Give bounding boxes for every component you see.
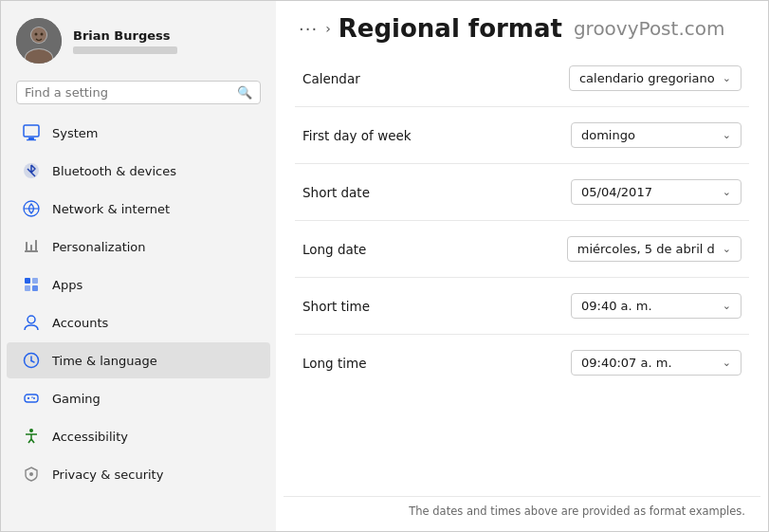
profile-name: Brian Burgess bbox=[73, 28, 177, 43]
svg-point-29 bbox=[31, 396, 33, 398]
setting-label-long-date: Long date bbox=[302, 242, 366, 257]
privacy-icon bbox=[22, 465, 41, 484]
svg-rect-16 bbox=[35, 240, 37, 250]
chevron-down-icon-calendar: ⌄ bbox=[723, 72, 731, 84]
search-input[interactable] bbox=[25, 85, 231, 100]
svg-rect-19 bbox=[25, 285, 30, 291]
setting-value-long-time: 09:40:07 a. m. bbox=[581, 356, 672, 370]
svg-point-30 bbox=[29, 429, 33, 432]
setting-value-short-time: 09:40 a. m. bbox=[581, 299, 652, 313]
svg-rect-14 bbox=[26, 242, 27, 250]
svg-rect-17 bbox=[25, 278, 30, 284]
sidebar-item-label-accounts: Accounts bbox=[52, 316, 108, 330]
setting-dropdown-long-time[interactable]: 09:40:07 a. m. ⌄ bbox=[571, 350, 742, 376]
setting-row-long-date: Long date miércoles, 5 de abril d ⌄ bbox=[295, 220, 749, 277]
search-area: 🔍 bbox=[1, 75, 276, 114]
sidebar-item-system[interactable]: System bbox=[7, 115, 270, 151]
svg-rect-13 bbox=[25, 250, 38, 252]
setting-dropdown-long-date[interactable]: miércoles, 5 de abril d ⌄ bbox=[567, 236, 742, 262]
bluetooth-icon bbox=[22, 161, 41, 180]
chevron-down-icon-first-day: ⌄ bbox=[723, 129, 731, 141]
sidebar-item-apps[interactable]: Apps bbox=[7, 266, 270, 303]
svg-point-5 bbox=[35, 33, 38, 36]
setting-label-short-time: Short time bbox=[302, 299, 370, 314]
profile-bar bbox=[73, 46, 177, 54]
svg-line-24 bbox=[31, 361, 34, 363]
sidebar-item-gaming[interactable]: Gaming bbox=[7, 380, 270, 416]
network-icon bbox=[22, 199, 41, 218]
personalization-icon bbox=[22, 237, 41, 256]
sidebar-item-label-bluetooth: Bluetooth & devices bbox=[52, 164, 176, 178]
profile-area: Brian Burgess bbox=[1, 1, 276, 75]
accessibility-icon bbox=[22, 427, 41, 446]
page-title: Regional format bbox=[339, 14, 562, 43]
sidebar-item-label-privacy: Privacy & security bbox=[52, 468, 163, 482]
site-brand: groovyPost.com bbox=[574, 17, 725, 40]
top-bar: ··· › Regional format groovyPost.com bbox=[276, 1, 768, 50]
svg-point-21 bbox=[27, 316, 35, 323]
sidebar-item-accessibility[interactable]: Accessibility bbox=[7, 418, 270, 454]
time-icon bbox=[22, 351, 41, 370]
svg-point-6 bbox=[41, 33, 44, 36]
sidebar-item-bluetooth[interactable]: Bluetooth & devices bbox=[7, 153, 270, 189]
svg-point-35 bbox=[29, 472, 33, 476]
footnote: The dates and times above are provided a… bbox=[284, 496, 760, 532]
breadcrumb-dots[interactable]: ··· bbox=[299, 19, 318, 39]
chevron-down-icon-long-date: ⌄ bbox=[723, 243, 731, 255]
sidebar-item-network[interactable]: Network & internet bbox=[7, 191, 270, 227]
chevron-down-icon-short-date: ⌄ bbox=[723, 186, 731, 198]
main-content: ··· › Regional format groovyPost.com Cal… bbox=[276, 1, 768, 532]
setting-label-calendar: Calendar bbox=[302, 71, 360, 86]
setting-row-short-time: Short time 09:40 a. m. ⌄ bbox=[295, 277, 749, 334]
svg-rect-25 bbox=[25, 394, 38, 402]
chevron-down-icon-long-time: ⌄ bbox=[723, 357, 731, 369]
apps-icon bbox=[22, 275, 41, 294]
setting-dropdown-short-date[interactable]: 05/04/2017 ⌄ bbox=[571, 179, 742, 205]
sidebar-item-label-gaming: Gaming bbox=[52, 392, 101, 406]
sidebar: Brian Burgess 🔍 System Bluetooth & devic… bbox=[1, 1, 276, 532]
profile-info: Brian Burgess bbox=[73, 28, 177, 54]
setting-dropdown-calendar[interactable]: calendario gregoriano ⌄ bbox=[569, 65, 742, 91]
sidebar-item-label-apps: Apps bbox=[52, 278, 82, 292]
sidebar-item-privacy[interactable]: Privacy & security bbox=[7, 456, 270, 492]
avatar bbox=[16, 18, 62, 64]
svg-point-28 bbox=[33, 397, 35, 399]
gaming-icon bbox=[22, 389, 41, 408]
setting-value-first-day: domingo bbox=[581, 128, 635, 142]
setting-label-long-time: Long time bbox=[302, 356, 366, 371]
search-box[interactable]: 🔍 bbox=[16, 81, 261, 104]
chevron-down-icon-short-time: ⌄ bbox=[723, 300, 731, 312]
accounts-icon bbox=[22, 313, 41, 332]
setting-dropdown-first-day[interactable]: domingo ⌄ bbox=[571, 122, 742, 148]
svg-rect-8 bbox=[28, 138, 34, 139]
setting-value-calendar: calendario gregoriano bbox=[579, 71, 715, 85]
sidebar-item-label-network: Network & internet bbox=[52, 202, 170, 216]
breadcrumb-chevron: › bbox=[325, 21, 331, 36]
nav-list: System Bluetooth & devices Network & int… bbox=[1, 114, 276, 525]
svg-rect-15 bbox=[30, 245, 32, 250]
setting-row-calendar: Calendar calendario gregoriano ⌄ bbox=[295, 50, 749, 106]
search-icon: 🔍 bbox=[237, 85, 252, 100]
svg-rect-18 bbox=[32, 278, 38, 284]
setting-row-short-date: Short date 05/04/2017 ⌄ bbox=[295, 163, 749, 220]
settings-rows: Calendar calendario gregoriano ⌄ First d… bbox=[276, 50, 768, 496]
sidebar-item-label-accessibility: Accessibility bbox=[52, 430, 128, 444]
sidebar-item-time[interactable]: Time & language bbox=[7, 342, 270, 378]
setting-label-first-day: First day of week bbox=[302, 128, 412, 143]
setting-label-short-date: Short date bbox=[302, 185, 370, 200]
svg-rect-9 bbox=[27, 139, 36, 140]
svg-rect-20 bbox=[32, 285, 38, 291]
sidebar-item-label-time: Time & language bbox=[52, 354, 157, 368]
svg-rect-7 bbox=[24, 125, 39, 137]
setting-value-long-date: miércoles, 5 de abril d bbox=[577, 242, 715, 256]
setting-row-long-time: Long time 09:40:07 a. m. ⌄ bbox=[295, 334, 749, 391]
setting-value-short-date: 05/04/2017 bbox=[581, 185, 652, 199]
sidebar-item-label-personalization: Personalization bbox=[52, 240, 146, 254]
system-icon bbox=[22, 123, 41, 142]
svg-line-34 bbox=[31, 439, 34, 443]
sidebar-item-label-system: System bbox=[52, 126, 98, 140]
sidebar-item-personalization[interactable]: Personalization bbox=[7, 229, 270, 265]
setting-row-first-day: First day of week domingo ⌄ bbox=[295, 106, 749, 163]
sidebar-item-accounts[interactable]: Accounts bbox=[7, 304, 270, 340]
setting-dropdown-short-time[interactable]: 09:40 a. m. ⌄ bbox=[571, 293, 742, 319]
